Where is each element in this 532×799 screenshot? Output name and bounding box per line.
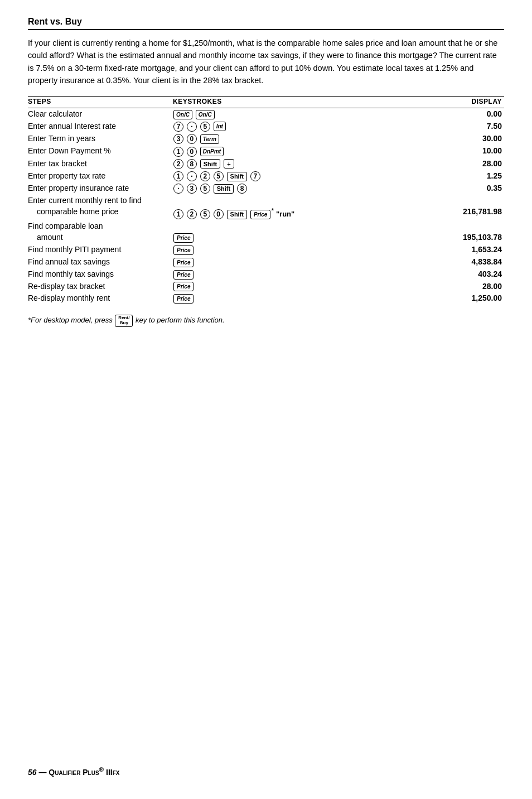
onc-key2: On/C [196, 110, 215, 119]
key-8: 8 [187, 159, 197, 169]
step-label: Find monthly PITI payment [28, 244, 173, 256]
keystroke-cell [173, 195, 379, 206]
keystroke-cell: Price [173, 281, 379, 293]
price-key: Price [250, 210, 270, 219]
keystroke-cell: 3 0 Term [173, 133, 379, 145]
display-value: 403.24 [379, 268, 504, 281]
keystroke-cell: 1 0 DnPmt [173, 145, 379, 157]
display-value [379, 195, 504, 206]
key-0b: 0 [187, 147, 197, 157]
display-value: 195,103.78 [379, 232, 504, 244]
key-5d: 5 [200, 209, 210, 219]
display-value [379, 220, 504, 232]
key-1b: 1 [173, 171, 183, 181]
table-header-row: STEPS KEYSTROKES DISPLAY [28, 96, 504, 108]
table-row: comparable home price 1 2 5 0 Shift Pric… [28, 206, 504, 220]
steps-table: STEPS KEYSTROKES DISPLAY Clear calculato… [28, 96, 504, 305]
asterisk: * [271, 207, 274, 215]
footnote-prefix: *For desktop model, press [28, 316, 113, 325]
display-value: 1,250.00 [379, 292, 504, 305]
keystroke-cell: Price [173, 232, 379, 244]
step-label: Enter Down Payment % [28, 145, 173, 157]
keystroke-cell: 1 2 5 0 Shift Price* "run" [173, 206, 379, 220]
step-label: Enter property insurance rate [28, 182, 173, 195]
display-value: 30.00 [379, 133, 504, 145]
key-0: 0 [187, 134, 197, 144]
display-value: 1,653.24 [379, 244, 504, 256]
key-7b: 7 [250, 171, 260, 181]
table-row: Enter current monthly rent to find [28, 195, 504, 206]
price-key7: Price [173, 294, 194, 304]
table-row: Re-display tax bracket Price 28.00 [28, 281, 504, 293]
keystroke-cell: 1 · 2 5 Shift 7 [173, 170, 379, 182]
key-dot2: · [187, 171, 197, 181]
key-dot3: · [173, 184, 183, 194]
plus-key: + [224, 159, 234, 169]
title-section: Rent vs. Buy [28, 17, 504, 30]
display-value: 28.00 [379, 281, 504, 293]
display-value: 28.00 [379, 158, 504, 170]
table-row: Enter tax bracket 2 8 Shift + 28.00 [28, 158, 504, 170]
keystroke-cell: Price [173, 268, 379, 281]
header-keystrokes: KEYSTROKES [173, 96, 379, 108]
intro-paragraph: If your client is currently renting a ho… [28, 37, 504, 87]
price-key5: Price [173, 270, 194, 280]
page-title: Rent vs. Buy [28, 17, 82, 26]
display-value: 4,838.84 [379, 256, 504, 268]
table-row: Find comparable loan [28, 220, 504, 232]
key-5c: 5 [200, 184, 210, 194]
key-2b: 2 [200, 171, 210, 181]
price-key4: Price [173, 258, 194, 267]
rent-buy-key: Rent/ Buy [115, 315, 133, 327]
key-7: 7 [173, 122, 183, 132]
key-1c: 1 [173, 209, 183, 219]
header-display: DISPLAY [379, 96, 504, 108]
brand-name: Qualifier Plus® IIIfx [49, 768, 119, 777]
table-row: amount Price 195,103.78 [28, 232, 504, 244]
run-label: "run" [276, 210, 294, 219]
keystroke-cell: Price [173, 256, 379, 268]
footer-dash: — [38, 768, 46, 777]
shift-key3: Shift [214, 184, 234, 194]
step-label: Find monthly tax savings [28, 268, 173, 281]
step-label: Re-display monthly rent [28, 292, 173, 305]
page-number: 56 [28, 768, 37, 777]
table-row: Enter annual Interest rate 7 · 5 Int 7.5… [28, 121, 504, 133]
step-label: Clear calculator [28, 108, 173, 120]
step-label: Enter tax bracket [28, 158, 173, 170]
keystroke-cell [173, 220, 379, 232]
step-label: Find annual tax savings [28, 256, 173, 268]
key-3b: 3 [187, 184, 197, 194]
key-5b: 5 [214, 171, 224, 181]
keystroke-cell: Price [173, 244, 379, 256]
key-1: 1 [173, 147, 183, 157]
key-dot: · [187, 122, 197, 132]
table-row: Enter Down Payment % 1 0 DnPmt 10.00 [28, 145, 504, 157]
step-label: amount [28, 232, 173, 244]
table-row: Find monthly PITI payment Price 1,653.24 [28, 244, 504, 256]
step-label: comparable home price [28, 206, 173, 220]
step-label: Find comparable loan [28, 220, 173, 232]
price-key6: Price [173, 282, 194, 291]
table-row: Enter property insurance rate · 3 5 Shif… [28, 182, 504, 195]
step-label: Enter current monthly rent to find [28, 195, 173, 206]
onc-key: On/C [173, 110, 192, 119]
display-value: 0.00 [379, 108, 504, 120]
display-value: 10.00 [379, 145, 504, 157]
header-steps: STEPS [28, 96, 173, 108]
display-value: 1.25 [379, 170, 504, 182]
table-row: Enter property tax rate 1 · 2 5 Shift 7 … [28, 170, 504, 182]
step-label: Re-display tax bracket [28, 281, 173, 293]
keystroke-cell: 7 · 5 Int [173, 121, 379, 133]
key-0c: 0 [214, 209, 224, 219]
step-label: Enter Term in years [28, 133, 173, 145]
key-3: 3 [173, 134, 183, 144]
keystroke-cell: On/C On/C [173, 108, 379, 120]
key-8b: 8 [237, 184, 247, 194]
shift-key: Shift [200, 159, 220, 169]
table-row: Find monthly tax savings Price 403.24 [28, 268, 504, 281]
step-label: Enter property tax rate [28, 170, 173, 182]
shift-key4: Shift [227, 210, 247, 219]
dnpmt-key: DnPmt [200, 147, 224, 156]
footnote-text: *For desktop model, press Rent/ Buy key … [28, 315, 504, 327]
